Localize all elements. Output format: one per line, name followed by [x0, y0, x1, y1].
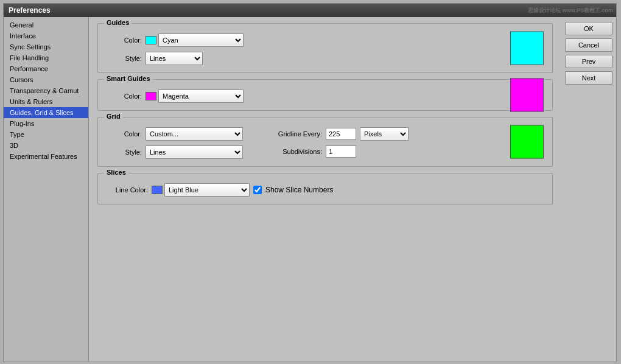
grid-color-label: Color:: [105, 130, 142, 138]
gridline-label: Gridline Every:: [267, 130, 322, 138]
sidebar: GeneralInterfaceSync SettingsFile Handli…: [4, 17, 89, 362]
sidebar-item-guides-grid--slices[interactable]: Guides, Grid & Slices: [4, 107, 88, 118]
slices-line-color-label: Line Color:: [105, 186, 148, 194]
guides-color-swatch-large: [510, 32, 544, 65]
grid-color-swatch-large: [510, 125, 544, 159]
smart-guides-color-row: Color: Magenta Cyan Custom...: [105, 89, 545, 103]
smart-guides-color-wrapper: Magenta Cyan Custom...: [146, 89, 244, 103]
subdivisions-label: Subdivisions:: [267, 148, 322, 155]
sidebar-item-plug-ins[interactable]: Plug-Ins: [4, 118, 88, 129]
grid-style-select[interactable]: Lines Dashed Lines Dots: [146, 145, 243, 159]
sidebar-item-cursors[interactable]: Cursors: [4, 74, 88, 85]
sidebar-item-units--rulers[interactable]: Units & Rulers: [4, 96, 88, 107]
subdivisions-input[interactable]: [326, 145, 356, 158]
guides-section: Guides Color: Cyan Light Blue Custom...: [97, 23, 553, 73]
grid-left: Color: Custom... Light Blue Cyan Style:: [105, 122, 243, 159]
grid-color-row: Color: Custom... Light Blue Cyan: [105, 127, 243, 141]
sidebar-item-sync-settings[interactable]: Sync Settings: [4, 41, 88, 52]
gridline-input[interactable]: [326, 128, 356, 140]
grid-style-row: Style: Lines Dashed Lines Dots: [105, 145, 243, 159]
guides-style-select[interactable]: Lines Dashed Lines Dots: [146, 52, 203, 65]
sidebar-item-performance[interactable]: Performance: [4, 63, 88, 74]
slices-color-wrapper: Light Blue Red Green Custom...: [152, 183, 250, 197]
guides-title: Guides: [104, 19, 132, 26]
cancel-button[interactable]: Cancel: [565, 38, 612, 52]
sidebar-item-transparency--gamut[interactable]: Transparency & Gamut: [4, 85, 88, 96]
grid-title: Grid: [104, 113, 123, 120]
grid-section: Grid Color: Custom... Light Blue Cyan: [97, 117, 553, 167]
sidebar-item-general[interactable]: General: [4, 19, 88, 30]
show-slice-numbers-label: Show Slice Numbers: [265, 186, 333, 194]
slices-color-swatch-inline: [152, 186, 163, 194]
buttons-panel: OK Cancel Prev Next: [561, 17, 616, 362]
title-bar: Preferences 思缘设计论坛 www.PS教程王.com: [4, 4, 616, 17]
subdivisions-row: Subdivisions:: [267, 145, 409, 158]
smart-guides-title: Smart Guides: [104, 75, 153, 82]
watermark: 思缘设计论坛 www.PS教程王.com: [528, 7, 613, 15]
guides-color-swatch-inline: [146, 36, 156, 44]
smart-guides-color-swatch-inline: [146, 92, 156, 100]
smart-guides-color-swatch-large: [510, 79, 544, 112]
show-slice-numbers-checkbox[interactable]: [253, 186, 262, 194]
gridline-row: Gridline Every: Pixels Inches Centimeter…: [267, 127, 409, 141]
preferences-dialog: Preferences 思缘设计论坛 www.PS教程王.com General…: [3, 3, 617, 362]
guides-color-row: Color: Cyan Light Blue Custom...: [105, 33, 545, 47]
guides-color-select[interactable]: Cyan Light Blue Custom...: [158, 33, 244, 47]
grid-color-select[interactable]: Custom... Light Blue Cyan: [146, 127, 243, 141]
dialog-body: GeneralInterfaceSync SettingsFile Handli…: [4, 17, 616, 362]
gridline-unit-select[interactable]: Pixels Inches Centimeters: [360, 127, 409, 141]
next-button[interactable]: Next: [565, 71, 612, 85]
main-content: Guides Color: Cyan Light Blue Custom...: [89, 17, 561, 362]
sidebar-item-type[interactable]: Type: [4, 129, 88, 140]
smart-guides-section: Smart Guides Color: Magenta Cyan Custom.…: [97, 79, 553, 111]
sidebar-item-interface[interactable]: Interface: [4, 30, 88, 41]
slices-color-select[interactable]: Light Blue Red Green Custom...: [164, 183, 250, 197]
slices-section: Slices Line Color: Light Blue Red Green …: [97, 173, 553, 205]
guides-color-wrapper: Cyan Light Blue Custom...: [146, 33, 244, 47]
guides-color-label: Color:: [105, 37, 142, 44]
smart-guides-color-select[interactable]: Magenta Cyan Custom...: [158, 89, 244, 103]
guides-style-row: Style: Lines Dashed Lines Dots: [105, 52, 545, 65]
ok-button[interactable]: OK: [565, 22, 612, 35]
sidebar-item-experimental-features[interactable]: Experimental Features: [4, 151, 88, 162]
prev-button[interactable]: Prev: [565, 55, 612, 68]
grid-color-wrapper: Custom... Light Blue Cyan: [146, 127, 243, 141]
smart-guides-color-label: Color:: [105, 93, 142, 100]
sidebar-item-3d[interactable]: 3D: [4, 140, 88, 151]
sidebar-item-file-handling[interactable]: File Handling: [4, 52, 88, 63]
slices-title: Slices: [104, 169, 128, 176]
guides-style-label: Style:: [105, 55, 142, 62]
slices-line-color-row: Line Color: Light Blue Red Green Custom.…: [105, 183, 545, 197]
grid-style-label: Style:: [105, 149, 142, 156]
grid-right: Gridline Every: Pixels Inches Centimeter…: [267, 122, 409, 159]
dialog-title: Preferences: [9, 6, 51, 15]
